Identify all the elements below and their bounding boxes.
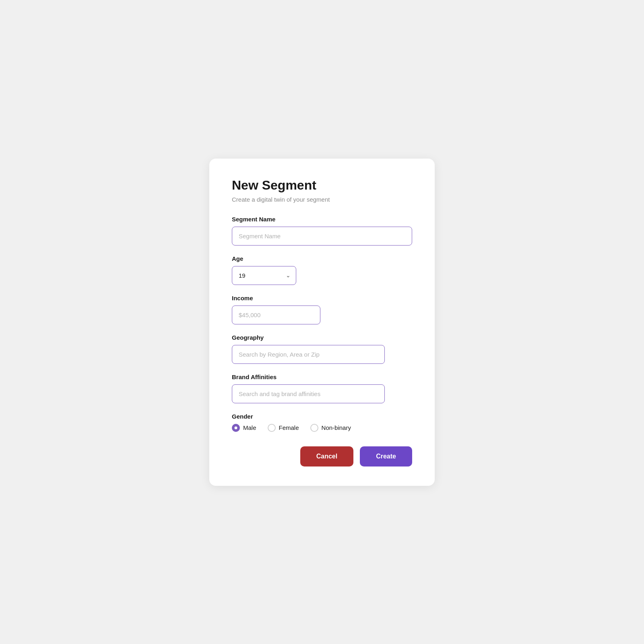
new-segment-modal: New Segment Create a digital twin of you… <box>209 159 435 486</box>
gender-options: Male Female Non-binary <box>232 424 412 432</box>
age-field: Age 19 20 21 22 25 30 35 40 45 50 ⌄ <box>232 255 412 285</box>
income-input[interactable] <box>232 305 320 324</box>
brand-affinities-field: Brand Affinities <box>232 374 412 403</box>
gender-label-nonbinary: Non-binary <box>322 424 351 431</box>
cancel-button[interactable]: Cancel <box>300 446 353 466</box>
geography-label: Geography <box>232 334 412 341</box>
gender-radio-male[interactable] <box>232 424 240 432</box>
income-field: Income <box>232 295 412 324</box>
buttons-row: Cancel Create <box>232 446 412 466</box>
geography-input[interactable] <box>232 345 385 364</box>
segment-name-input[interactable] <box>232 227 412 246</box>
gender-option-male[interactable]: Male <box>232 424 256 432</box>
gender-label: Gender <box>232 413 412 420</box>
segment-name-label: Segment Name <box>232 216 412 223</box>
income-label: Income <box>232 295 412 301</box>
brand-affinities-input[interactable] <box>232 384 385 403</box>
gender-option-female[interactable]: Female <box>268 424 299 432</box>
brand-affinities-input-wrapper <box>232 384 385 403</box>
gender-field: Gender Male Female Non-binary <box>232 413 412 432</box>
brand-affinities-label: Brand Affinities <box>232 374 412 380</box>
gender-label-female: Female <box>279 424 299 431</box>
create-button[interactable]: Create <box>360 446 412 466</box>
modal-subtitle: Create a digital twin of your segment <box>232 196 412 203</box>
age-select[interactable]: 19 20 21 22 25 30 35 40 45 50 <box>232 266 296 285</box>
age-select-wrapper: 19 20 21 22 25 30 35 40 45 50 ⌄ <box>232 266 296 285</box>
gender-radio-female[interactable] <box>268 424 276 432</box>
income-input-wrapper <box>232 305 320 324</box>
geography-input-wrapper <box>232 345 385 364</box>
gender-option-nonbinary[interactable]: Non-binary <box>310 424 351 432</box>
geography-field: Geography <box>232 334 412 364</box>
age-label: Age <box>232 255 412 262</box>
segment-name-field: Segment Name <box>232 216 412 246</box>
gender-label-male: Male <box>243 424 256 431</box>
gender-radio-nonbinary[interactable] <box>310 424 318 432</box>
modal-title: New Segment <box>232 178 412 193</box>
